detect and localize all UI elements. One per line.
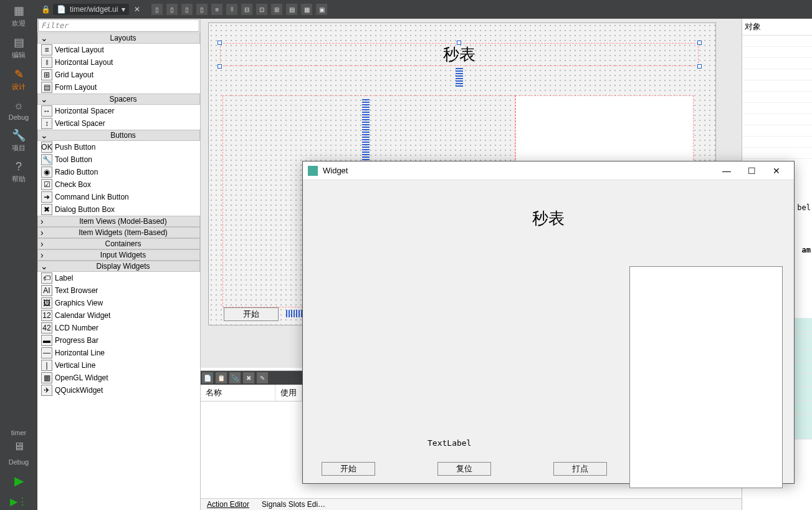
widget-item[interactable]: ▦OpenGL Widget [37, 372, 200, 384]
selection-handle[interactable] [697, 64, 702, 69]
widget-item[interactable]: ▤Form Layout [37, 81, 200, 94]
widget-item[interactable]: 42LCD Number [37, 322, 200, 334]
hlines-icon[interactable]: ≡ [211, 4, 222, 15]
lap-button[interactable]: 打点 [553, 462, 607, 476]
object-row[interactable] [742, 148, 812, 159]
widget-item[interactable]: ☑Check Box [37, 178, 200, 191]
object-row[interactable] [742, 137, 812, 148]
widget-label: Vertical Spacer [55, 119, 105, 128]
mode-welcome[interactable]: ▦欢迎 [0, 0, 37, 32]
widget-item[interactable]: ⊞Grid Layout [37, 69, 200, 81]
selection-handle[interactable] [697, 41, 702, 45]
action-col-name[interactable]: 名称 [201, 385, 275, 401]
minimize-button[interactable]: — [714, 166, 739, 176]
vertical-spacer-widget[interactable] [456, 68, 463, 87]
layout-v-icon[interactable]: ▯ [151, 4, 163, 15]
category-header[interactable]: ⌄Spacers [37, 94, 200, 105]
category-header[interactable]: ⌄Display Widgets [37, 261, 200, 272]
object-row[interactable] [742, 125, 812, 137]
category-header[interactable]: ›Containers [37, 238, 200, 249]
action-delete-icon[interactable]: ✖ [243, 372, 254, 383]
widget-icon: ▬ [41, 335, 52, 346]
category-header[interactable]: ›Input Widgets [37, 249, 200, 261]
category-header[interactable]: ›Item Widgets (Item-Based) [37, 227, 200, 238]
widget-item[interactable]: ⦀Horizontal Layout [37, 56, 200, 69]
category-header[interactable]: ⌄Layouts [37, 32, 200, 44]
widget-item[interactable]: —Horizontal Line [37, 347, 200, 359]
vertical-spacer-widget-2[interactable] [362, 98, 370, 160]
run-button[interactable]: ▶ [0, 468, 37, 493]
laps-listbox[interactable] [629, 266, 783, 488]
widget-label: LCD Number [55, 324, 98, 332]
signals-slots-tab[interactable]: Signals Slots Edi… [262, 500, 325, 509]
selection-handle[interactable] [217, 64, 222, 69]
widget-item[interactable]: AIText Browser [37, 284, 200, 297]
title-label-widget[interactable]: 秒表 [220, 43, 699, 66]
widget-label: Tool Button [55, 155, 92, 164]
object-row[interactable] [742, 47, 812, 58]
split-h-icon[interactable]: ⊟ [241, 4, 252, 15]
object-row[interactable] [742, 92, 812, 103]
mode-edit[interactable]: ▤编辑 [0, 32, 37, 64]
debug-run-button[interactable]: ▶⋮ [0, 493, 37, 510]
mode-projects[interactable]: 🔧项目 [0, 125, 37, 156]
object-row[interactable] [742, 103, 812, 114]
form-icon[interactable]: ▤ [286, 4, 297, 15]
widget-item[interactable]: 12Calendar Widget [37, 309, 200, 322]
mode-design[interactable]: ✎设计 [0, 64, 37, 95]
action-paste-icon[interactable]: 📎 [229, 372, 241, 383]
mode-debug[interactable]: ☼Debug [0, 95, 37, 125]
widget-filter-input[interactable]: Filter [38, 19, 199, 32]
widget-item[interactable]: 🔧Tool Button [37, 153, 200, 166]
object-row[interactable] [742, 114, 812, 125]
start-button[interactable]: 开始 [322, 462, 375, 476]
object-row[interactable] [742, 36, 812, 47]
vlines-icon[interactable]: ⦀ [226, 4, 237, 15]
prop-fragment: am [802, 246, 811, 254]
action-new-icon[interactable]: 📄 [202, 372, 213, 383]
maximize-button[interactable]: ☐ [739, 166, 764, 176]
widget-item[interactable]: 🖼Graphics View [37, 297, 200, 309]
widget-label: Grid Layout [55, 70, 93, 79]
action-edit-icon[interactable]: ✎ [257, 372, 268, 383]
widget-item[interactable]: ↔Horizontal Spacer [37, 105, 200, 117]
widget-icon: 🔧 [41, 154, 52, 165]
layout-b-icon[interactable]: ▯ [196, 4, 208, 15]
selection-handle[interactable] [457, 41, 461, 45]
object-row[interactable] [742, 80, 812, 92]
widget-item[interactable]: |Vertical Line [37, 359, 200, 372]
widget-item[interactable]: ◉Radio Button [37, 166, 200, 178]
object-row[interactable] [742, 58, 812, 69]
widget-item[interactable]: ▬Progress Bar [37, 334, 200, 347]
widget-item[interactable]: ➜Command Link Button [37, 191, 200, 203]
object-inspector-title: 对象 [742, 19, 812, 36]
widget-item[interactable]: ✖Dialog Button Box [37, 203, 200, 216]
mode-help[interactable]: ?帮助 [0, 156, 37, 188]
category-header[interactable]: ›Item Views (Model-Based) [37, 216, 200, 227]
window-titlebar[interactable]: Widget — ☐ ✕ [303, 161, 794, 180]
widget-item[interactable]: OKPush Button [37, 141, 200, 153]
reset-button[interactable]: 复位 [437, 462, 491, 476]
widget-item[interactable]: ≡Vertical Layout [37, 44, 200, 56]
grid-icon[interactable]: ⊞ [271, 4, 282, 15]
close-tab-button[interactable]: ✕ [131, 5, 143, 14]
close-button[interactable]: ✕ [764, 166, 789, 176]
category-header[interactable]: ⌄Buttons [37, 130, 200, 141]
widget-item[interactable]: ↕Vertical Spacer [37, 117, 200, 130]
object-row[interactable] [742, 69, 812, 80]
layout-g-icon[interactable]: ▯ [181, 4, 193, 15]
help-icon: ? [16, 160, 22, 173]
action-editor-tab[interactable]: Action Editor [207, 500, 249, 509]
action-col-used[interactable]: 使用 [275, 385, 302, 401]
adjust-icon[interactable]: ▣ [316, 4, 327, 15]
file-tab[interactable]: 📄 timer/widget.ui ▾ [53, 4, 129, 15]
widget-item[interactable]: 🏷Label [37, 272, 200, 284]
widget-item[interactable]: ✈QQuickWidget [37, 384, 200, 397]
action-copy-icon[interactable]: 📋 [216, 372, 227, 383]
start-button-widget[interactable]: 开始 [224, 307, 279, 321]
break-icon[interactable]: ▦ [301, 4, 312, 15]
layout-s-icon[interactable]: ▯ [166, 4, 178, 15]
selection-handle[interactable] [217, 41, 222, 45]
split-v-icon[interactable]: ⊡ [256, 4, 267, 15]
kit-monitor-icon[interactable]: 🖥 [0, 439, 37, 456]
